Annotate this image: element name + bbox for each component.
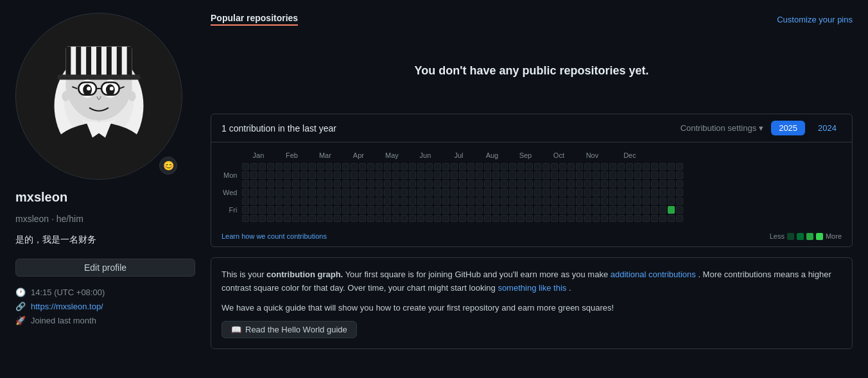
cell-w10-d0[interactable] xyxy=(326,163,333,170)
cell-w37-d5[interactable] xyxy=(551,206,558,214)
cell-w50-d0[interactable] xyxy=(659,163,666,170)
cell-w12-d2[interactable] xyxy=(342,180,349,187)
cell-w13-d3[interactable] xyxy=(351,189,358,196)
hello-world-guide-button[interactable]: 📖 Read the Hello World guide xyxy=(221,321,357,338)
cell-w50-d2[interactable] xyxy=(659,180,666,187)
cell-w51-d3[interactable] xyxy=(668,189,675,196)
cell-w44-d6[interactable] xyxy=(609,215,616,222)
cell-w33-d3[interactable] xyxy=(517,189,525,196)
cell-w25-d4[interactable] xyxy=(451,198,458,205)
cell-w46-d5[interactable] xyxy=(626,206,633,214)
cell-w38-d1[interactable] xyxy=(559,171,566,179)
cell-w31-d2[interactable] xyxy=(501,180,508,187)
cell-w13-d5[interactable] xyxy=(351,206,358,214)
cell-w38-d5[interactable] xyxy=(559,206,566,214)
cell-w26-d6[interactable] xyxy=(459,215,466,222)
cell-w31-d1[interactable] xyxy=(501,171,508,179)
cell-w21-d3[interactable] xyxy=(417,189,424,196)
cell-w40-d5[interactable] xyxy=(576,206,583,214)
learn-contributions-link[interactable]: Learn how we count contributions xyxy=(221,232,327,240)
cell-w11-d6[interactable] xyxy=(334,215,341,222)
cell-w5-d6[interactable] xyxy=(284,215,291,222)
cell-w5-d0[interactable] xyxy=(284,163,291,170)
cell-w3-d1[interactable] xyxy=(267,171,274,179)
cell-w39-d3[interactable] xyxy=(568,189,575,196)
cell-w7-d4[interactable] xyxy=(300,198,308,205)
cell-w36-d6[interactable] xyxy=(542,215,550,222)
cell-w43-d3[interactable] xyxy=(601,189,608,196)
cell-w31-d3[interactable] xyxy=(501,189,508,196)
cell-w4-d5[interactable] xyxy=(275,206,282,214)
cell-w29-d4[interactable] xyxy=(484,198,491,205)
cell-w47-d5[interactable] xyxy=(634,206,641,214)
cell-w18-d3[interactable] xyxy=(392,189,399,196)
cell-w13-d0[interactable] xyxy=(351,163,358,170)
cell-w2-d6[interactable] xyxy=(259,215,266,222)
cell-w6-d2[interactable] xyxy=(292,180,299,187)
cell-w20-d2[interactable] xyxy=(409,180,416,187)
cell-w0-d2[interactable] xyxy=(242,180,249,187)
cell-w38-d3[interactable] xyxy=(559,189,566,196)
cell-w20-d3[interactable] xyxy=(409,189,416,196)
cell-w4-d6[interactable] xyxy=(275,215,282,222)
cell-w21-d5[interactable] xyxy=(417,206,424,214)
cell-w15-d3[interactable] xyxy=(367,189,374,196)
cell-w35-d2[interactable] xyxy=(534,180,541,187)
cell-w29-d1[interactable] xyxy=(484,171,491,179)
cell-w4-d2[interactable] xyxy=(275,180,282,187)
cell-w9-d4[interactable] xyxy=(317,198,324,205)
cell-w3-d6[interactable] xyxy=(267,215,274,222)
cell-w2-d4[interactable] xyxy=(259,198,266,205)
cell-w1-d5[interactable] xyxy=(250,206,257,214)
cell-w26-d3[interactable] xyxy=(459,189,466,196)
cell-w35-d4[interactable] xyxy=(534,198,541,205)
cell-w34-d1[interactable] xyxy=(526,171,533,179)
cell-w26-d1[interactable] xyxy=(459,171,466,179)
something-like-this-link[interactable]: something like this xyxy=(498,283,566,293)
cell-w26-d4[interactable] xyxy=(459,198,466,205)
cell-w35-d6[interactable] xyxy=(534,215,541,222)
cell-w14-d1[interactable] xyxy=(359,171,366,179)
cell-w25-d2[interactable] xyxy=(451,180,458,187)
cell-w52-d1[interactable] xyxy=(676,171,683,179)
cell-w12-d6[interactable] xyxy=(342,215,349,222)
cell-w45-d6[interactable] xyxy=(618,215,625,222)
cell-w21-d1[interactable] xyxy=(417,171,424,179)
cell-w18-d1[interactable] xyxy=(392,171,399,179)
cell-w43-d6[interactable] xyxy=(601,215,608,222)
cell-w24-d4[interactable] xyxy=(442,198,449,205)
cell-w32-d4[interactable] xyxy=(509,198,516,205)
cell-w8-d3[interactable] xyxy=(309,189,316,196)
cell-w1-d0[interactable] xyxy=(250,163,257,170)
cell-w48-d1[interactable] xyxy=(643,171,650,179)
cell-w34-d0[interactable] xyxy=(526,163,533,170)
cell-w46-d6[interactable] xyxy=(626,215,633,222)
cell-w24-d2[interactable] xyxy=(442,180,449,187)
cell-w52-d6[interactable] xyxy=(676,215,683,222)
cell-w49-d2[interactable] xyxy=(651,180,658,187)
cell-w17-d1[interactable] xyxy=(384,171,391,179)
cell-w31-d6[interactable] xyxy=(501,215,508,222)
cell-w22-d2[interactable] xyxy=(426,180,433,187)
cell-w46-d4[interactable] xyxy=(626,198,633,205)
cell-w25-d6[interactable] xyxy=(451,215,458,222)
cell-w35-d0[interactable] xyxy=(534,163,541,170)
cell-w33-d1[interactable] xyxy=(517,171,525,179)
cell-w37-d1[interactable] xyxy=(551,171,558,179)
cell-w38-d4[interactable] xyxy=(559,198,566,205)
cell-w37-d3[interactable] xyxy=(551,189,558,196)
cell-w4-d3[interactable] xyxy=(275,189,282,196)
cell-w43-d1[interactable] xyxy=(601,171,608,179)
cell-w49-d3[interactable] xyxy=(651,189,658,196)
cell-w48-d4[interactable] xyxy=(643,198,650,205)
cell-w9-d2[interactable] xyxy=(317,180,324,187)
edit-profile-button[interactable]: Edit profile xyxy=(15,259,195,277)
cell-w30-d5[interactable] xyxy=(492,206,499,214)
cell-w1-d4[interactable] xyxy=(250,198,257,205)
cell-w36-d4[interactable] xyxy=(542,198,550,205)
cell-w4-d1[interactable] xyxy=(275,171,282,179)
cell-w18-d0[interactable] xyxy=(392,163,399,170)
cell-w15-d5[interactable] xyxy=(367,206,374,214)
cell-w15-d2[interactable] xyxy=(367,180,374,187)
cell-w23-d0[interactable] xyxy=(434,163,441,170)
